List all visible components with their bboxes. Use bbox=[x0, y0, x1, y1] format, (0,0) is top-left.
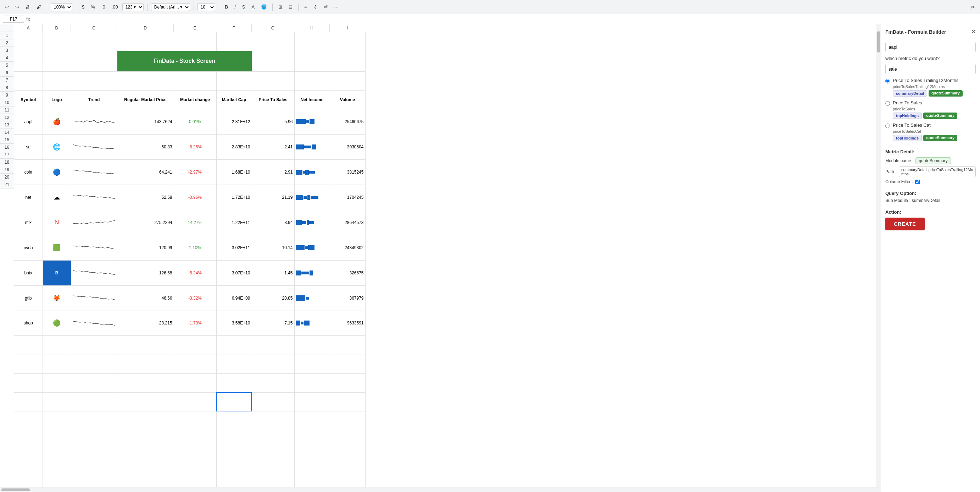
hscroll-thumb[interactable] bbox=[2, 489, 30, 491]
cell-price-5[interactable]: 143.7624 bbox=[117, 109, 174, 134]
ticker-input[interactable] bbox=[885, 42, 976, 52]
col-header-c[interactable]: C bbox=[71, 24, 117, 32]
grid-scroll[interactable]: 1 2 3 4 5 6 7 8 9 10 11 12 13 bbox=[0, 32, 876, 487]
horizontal-scrollbar[interactable] bbox=[0, 487, 881, 492]
format-select[interactable]: 123 ▾ bbox=[123, 3, 143, 11]
cell-mktcap-9[interactable]: 1.22E+11 bbox=[216, 210, 252, 235]
col-header-g[interactable]: G bbox=[252, 24, 294, 32]
cell-g17[interactable] bbox=[252, 392, 294, 411]
cell-pts-13[interactable]: 7.15 bbox=[252, 311, 294, 336]
col-pts-header[interactable]: Price To Sales bbox=[252, 91, 294, 109]
paint-format-button[interactable]: 🖌 bbox=[34, 3, 43, 11]
cell-pts-5[interactable]: 5.96 bbox=[252, 109, 294, 134]
cell-symbol-12[interactable]: gtlb bbox=[14, 285, 43, 311]
cell-volume-13[interactable]: 9633591 bbox=[330, 311, 365, 336]
cell-c3[interactable] bbox=[71, 71, 117, 90]
cell-price-8[interactable]: 52.58 bbox=[117, 185, 174, 210]
cell-a1[interactable] bbox=[14, 32, 43, 51]
cell-volume-10[interactable]: 24349302 bbox=[330, 235, 365, 260]
cell-g2[interactable] bbox=[252, 51, 294, 71]
cell-price-10[interactable]: 120.99 bbox=[117, 235, 174, 260]
align-v-button[interactable]: ⇕ bbox=[311, 3, 320, 11]
cell-i17[interactable] bbox=[330, 392, 365, 411]
cell-price-6[interactable]: 50.33 bbox=[117, 134, 174, 160]
metric-option-pts-trailing[interactable]: Price To Sales Trailing12Months priceToS… bbox=[885, 78, 976, 97]
cell-change-5[interactable]: 0.01% bbox=[174, 109, 216, 134]
cell-change-6[interactable]: -6.26% bbox=[174, 134, 216, 160]
italic-button[interactable]: I bbox=[232, 3, 238, 11]
align-h-button[interactable]: ≡ bbox=[302, 3, 309, 11]
cell-price-9[interactable]: 275.2294 bbox=[117, 210, 174, 235]
cell-e3[interactable] bbox=[174, 71, 216, 90]
borders-button[interactable]: ⊞ bbox=[276, 3, 284, 11]
cell-a3[interactable] bbox=[14, 71, 43, 90]
cell-symbol-9[interactable]: nflx bbox=[14, 210, 43, 235]
cell-price-11[interactable]: 126.68 bbox=[117, 260, 174, 285]
cell-c2[interactable] bbox=[71, 51, 117, 71]
cell-h2[interactable] bbox=[294, 51, 330, 71]
bold-button[interactable]: B bbox=[223, 3, 230, 11]
cell-pts-6[interactable]: 2.41 bbox=[252, 134, 294, 160]
cell-volume-8[interactable]: 1704245 bbox=[330, 185, 365, 210]
metric-radio-pts-trailing[interactable] bbox=[885, 79, 890, 83]
cell-pts-12[interactable]: 20.85 bbox=[252, 285, 294, 311]
spreadsheet-title[interactable]: FinData - Stock Screen bbox=[117, 51, 252, 71]
cell-a2[interactable] bbox=[14, 51, 43, 71]
cell-pts-11[interactable]: 1.45 bbox=[252, 260, 294, 285]
font-family-select[interactable]: Default (Ari... ▾ bbox=[151, 3, 190, 11]
tag-summarydetail-1[interactable]: summaryDetail bbox=[893, 90, 927, 97]
text-rotation-button[interactable]: ⏎ bbox=[321, 3, 330, 11]
cell-price-13[interactable]: 28.215 bbox=[117, 311, 174, 336]
tag-quotesummary-2[interactable]: quoteSummary bbox=[923, 113, 957, 119]
cell-change-11[interactable]: -5.24% bbox=[174, 260, 216, 285]
more-button[interactable]: ⋯ bbox=[332, 3, 341, 11]
percent-button[interactable]: % bbox=[89, 3, 97, 11]
col-logo-header[interactable]: Logo bbox=[43, 91, 71, 109]
cell-d1[interactable] bbox=[117, 32, 174, 51]
cell-f17[interactable] bbox=[216, 392, 252, 411]
cell-mktcap-7[interactable]: 1.68E+10 bbox=[216, 160, 252, 185]
cell-b3[interactable] bbox=[43, 71, 71, 90]
cell-pts-7[interactable]: 2.91 bbox=[252, 160, 294, 185]
cell-mktcap-8[interactable]: 1.72E+10 bbox=[216, 185, 252, 210]
col-header-e[interactable]: E bbox=[174, 24, 216, 32]
cell-mktcap-11[interactable]: 3.07E+10 bbox=[216, 260, 252, 285]
cell-d3[interactable] bbox=[117, 71, 174, 90]
cell-symbol-10[interactable]: nvda bbox=[14, 235, 43, 260]
cell-change-9[interactable]: 14.27% bbox=[174, 210, 216, 235]
vertical-scrollbar[interactable] bbox=[876, 24, 881, 487]
metric-radio-pts-cat[interactable] bbox=[885, 123, 890, 128]
col-mktcap-header[interactable]: Martket Cap bbox=[216, 91, 252, 109]
cell-i3[interactable] bbox=[330, 71, 365, 90]
merge-button[interactable]: ⊟ bbox=[286, 3, 294, 11]
cell-e17[interactable] bbox=[174, 392, 216, 411]
decimal-dec-button[interactable]: .0 bbox=[99, 3, 107, 11]
cell-change-10[interactable]: 1.10% bbox=[174, 235, 216, 260]
cell-volume-12[interactable]: 367979 bbox=[330, 285, 365, 311]
fill-color-button[interactable]: 🪣 bbox=[259, 3, 269, 11]
cell-reference-input[interactable] bbox=[3, 16, 24, 23]
metric-radio-pts[interactable] bbox=[885, 101, 890, 106]
cell-h3[interactable] bbox=[294, 71, 330, 90]
col-header-f[interactable]: F bbox=[216, 24, 252, 32]
currency-button[interactable]: $ bbox=[80, 3, 86, 11]
cell-change-8[interactable]: -0.96% bbox=[174, 185, 216, 210]
cell-f1[interactable] bbox=[216, 32, 252, 51]
cell-change-12[interactable]: -3.32% bbox=[174, 285, 216, 311]
col-header-a[interactable]: A bbox=[14, 24, 43, 32]
cell-pts-10[interactable]: 10.14 bbox=[252, 235, 294, 260]
metric-option-pts-cat[interactable]: Price To Sales Cat priceToSalesCat topHo… bbox=[885, 123, 976, 141]
print-button[interactable]: 🖨 bbox=[24, 3, 32, 11]
cell-f3[interactable] bbox=[216, 71, 252, 90]
col-header-b[interactable]: B bbox=[43, 24, 71, 32]
cell-i1[interactable] bbox=[330, 32, 365, 51]
cell-g3[interactable] bbox=[252, 71, 294, 90]
cell-symbol-13[interactable]: shop bbox=[14, 311, 43, 336]
redo-button[interactable]: ↪ bbox=[13, 3, 21, 11]
tag-quotesummary-1[interactable]: quoteSummary bbox=[929, 90, 963, 97]
cell-change-7[interactable]: -2.97% bbox=[174, 160, 216, 185]
cell-c17[interactable] bbox=[71, 392, 117, 411]
cell-mktcap-5[interactable]: 2.31E+12 bbox=[216, 109, 252, 134]
col-volume-header[interactable]: Volume bbox=[330, 91, 365, 109]
cell-h17[interactable] bbox=[294, 392, 330, 411]
